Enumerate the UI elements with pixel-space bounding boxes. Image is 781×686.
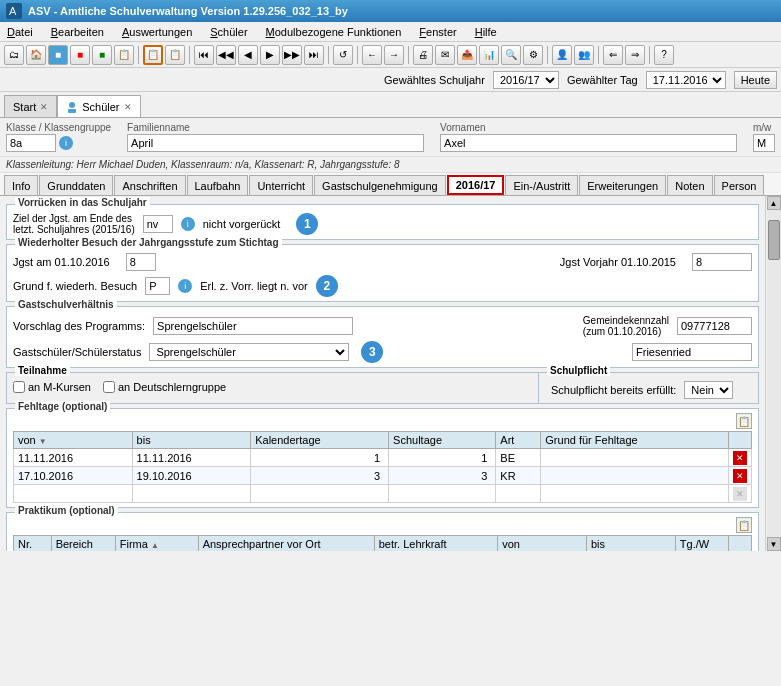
- cell-del-1[interactable]: ✕: [729, 449, 752, 467]
- grund-info-btn[interactable]: i: [178, 279, 192, 293]
- menu-auswertungen[interactable]: Auswertungen: [119, 25, 195, 39]
- toolbar-chart[interactable]: 📊: [479, 45, 499, 65]
- nav-last[interactable]: ⏭: [304, 45, 324, 65]
- toolbar-btn-4[interactable]: ■: [70, 45, 90, 65]
- toolbar-user[interactable]: 👤: [552, 45, 572, 65]
- vorschlag-label: Vorschlag des Programms:: [13, 320, 145, 332]
- nav-next-page[interactable]: ▶▶: [282, 45, 302, 65]
- toolbar-arrow-right[interactable]: ⇒: [625, 45, 645, 65]
- grund-input[interactable]: [145, 277, 170, 295]
- schuljahr-select[interactable]: 2016/17: [493, 71, 559, 89]
- tab-schueler[interactable]: Schüler ✕: [57, 95, 140, 117]
- sub-tab-grunddaten[interactable]: Grunddaten: [39, 175, 113, 195]
- col-bis[interactable]: bis: [132, 432, 251, 449]
- jgst-vorjahr-input[interactable]: [692, 253, 752, 271]
- section-gastschul: Gastschulverhältnis Vorschlag des Progra…: [6, 306, 759, 368]
- toolbar-forward[interactable]: →: [384, 45, 404, 65]
- tab-start[interactable]: Start ✕: [4, 95, 57, 117]
- scrollbar[interactable]: ▲ ▼: [765, 196, 781, 551]
- delete-row-1[interactable]: ✕: [733, 451, 747, 465]
- gemeindekennzahl-input[interactable]: [677, 317, 752, 335]
- jgst-input[interactable]: [126, 253, 156, 271]
- cell-bis-2: 19.10.2016: [132, 467, 251, 485]
- sub-tab-unterricht[interactable]: Unterricht: [249, 175, 313, 195]
- schuljahr-label: Gewähltes Schuljahr: [384, 74, 485, 86]
- fehltage-add-btn[interactable]: 📋: [736, 413, 752, 429]
- ziel-info-btn[interactable]: i: [181, 217, 195, 231]
- tab-schueler-close[interactable]: ✕: [124, 102, 132, 112]
- toolbar-back[interactable]: ←: [362, 45, 382, 65]
- menu-fenster[interactable]: Fenster: [416, 25, 459, 39]
- today-button[interactable]: Heute: [734, 71, 777, 89]
- familienname-label: Familienname: [127, 122, 424, 133]
- toolbar-export[interactable]: 📤: [457, 45, 477, 65]
- toolbar-mail[interactable]: ✉: [435, 45, 455, 65]
- svg-point-2: [69, 102, 75, 108]
- m-kurse-check[interactable]: [13, 381, 25, 393]
- scroll-track[interactable]: [767, 210, 781, 537]
- cell-del-2[interactable]: ✕: [729, 467, 752, 485]
- delete-row-3[interactable]: ✕: [733, 487, 747, 501]
- ziel-label: Ziel der Jgst. am Ende desletzt. Schulja…: [13, 213, 135, 235]
- nav-prev-page[interactable]: ◀◀: [216, 45, 236, 65]
- menu-hilfe[interactable]: Hilfe: [472, 25, 500, 39]
- toolbar-btn-7[interactable]: 📋: [143, 45, 163, 65]
- deutschlern-check[interactable]: [103, 381, 115, 393]
- nav-prev[interactable]: ◀: [238, 45, 258, 65]
- klasse-info-btn[interactable]: i: [59, 136, 73, 150]
- vorschlag-input[interactable]: [153, 317, 353, 335]
- toolbar-refresh[interactable]: ↺: [333, 45, 353, 65]
- tab-start-close[interactable]: ✕: [40, 102, 48, 112]
- toolbar-btn-1[interactable]: 🗂: [4, 45, 24, 65]
- tab-start-label: Start: [13, 101, 36, 113]
- sub-tab-laufbahn[interactable]: Laufbahn: [187, 175, 249, 195]
- teilnahme-content: an M-Kursen an Deutschlerngruppe: [13, 381, 532, 393]
- mw-input[interactable]: [753, 134, 775, 152]
- sub-tab-person[interactable]: Person: [714, 175, 765, 195]
- delete-row-2[interactable]: ✕: [733, 469, 747, 483]
- sub-tab-info[interactable]: Info: [4, 175, 38, 195]
- schulpflicht-select[interactable]: Nein Ja: [684, 381, 733, 399]
- ort-input[interactable]: [632, 343, 752, 361]
- toolbar-btn-2[interactable]: 🏠: [26, 45, 46, 65]
- toolbar-btn-8[interactable]: 📋: [165, 45, 185, 65]
- toolbar-settings[interactable]: ⚙: [523, 45, 543, 65]
- sub-tab-anschriften[interactable]: Anschriften: [114, 175, 185, 195]
- menu-modulbezogene[interactable]: Modulbezogene Funktionen: [263, 25, 405, 39]
- sub-tab-noten[interactable]: Noten: [667, 175, 712, 195]
- sub-tab-gastschul[interactable]: Gastschulgenehmigung: [314, 175, 446, 195]
- menu-bearbeiten[interactable]: Bearbeiten: [48, 25, 107, 39]
- menu-schueler[interactable]: Schüler: [207, 25, 250, 39]
- familienname-input[interactable]: [127, 134, 424, 152]
- klasse-input[interactable]: [6, 134, 56, 152]
- tag-select[interactable]: 17.11.2016: [646, 71, 726, 89]
- toolbar-btn-5[interactable]: ■: [92, 45, 112, 65]
- toolbar-group[interactable]: 👥: [574, 45, 594, 65]
- cell-del-3[interactable]: ✕: [729, 485, 752, 503]
- praktikum-add-btn[interactable]: 📋: [736, 517, 752, 533]
- scroll-down[interactable]: ▼: [767, 537, 781, 551]
- toolbar-arrow-left[interactable]: ⇐: [603, 45, 623, 65]
- ziel-input[interactable]: [143, 215, 173, 233]
- nav-first[interactable]: ⏮: [194, 45, 214, 65]
- toolbar-help[interactable]: ?: [654, 45, 674, 65]
- sub-tab-erweiterungen[interactable]: Erweiterungen: [579, 175, 666, 195]
- sep-3: [328, 46, 329, 64]
- toolbar-btn-6[interactable]: 📋: [114, 45, 134, 65]
- toolbar-btn-3[interactable]: ■: [48, 45, 68, 65]
- col-von[interactable]: von ▼: [14, 432, 133, 449]
- scroll-up[interactable]: ▲: [767, 196, 781, 210]
- sub-tab-einaustritt[interactable]: Ein-/Austritt: [505, 175, 578, 195]
- nav-next[interactable]: ▶: [260, 45, 280, 65]
- menu-datei[interactable]: Datei: [4, 25, 36, 39]
- scroll-thumb[interactable]: [768, 220, 780, 260]
- vorname-input[interactable]: [440, 134, 737, 152]
- sub-tab-2016[interactable]: 2016/17: [447, 175, 505, 195]
- gaststatus-select[interactable]: Sprengelschüler: [149, 343, 349, 361]
- klassen-info: Klassenleitung: Herr Michael Duden, Klas…: [0, 157, 781, 173]
- fehltage-row-1: 11.11.2016 11.11.2016 1 1 BE ✕: [14, 449, 752, 467]
- toolbar-filter[interactable]: 🔍: [501, 45, 521, 65]
- prak-col-firma[interactable]: Firma ▲: [115, 536, 198, 552]
- toolbar-print[interactable]: 🖨: [413, 45, 433, 65]
- scroll-content[interactable]: Vorrücken in das Schuljahr Ziel der Jgst…: [0, 196, 765, 551]
